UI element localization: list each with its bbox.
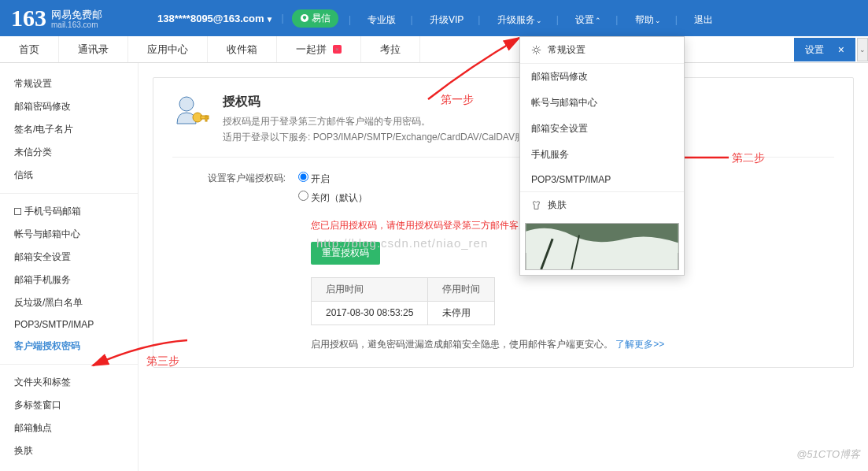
step1-label: 第一步 xyxy=(441,93,474,107)
shirt-icon xyxy=(531,200,541,210)
nav-exit[interactable]: 退出 xyxy=(694,14,713,25)
sidebar-item[interactable]: 多标签窗口 xyxy=(0,394,138,417)
settings-sidebar: 常规设置 邮箱密码修改 签名/电子名片 来信分类 信纸 手机号码邮箱 帐号与邮箱… xyxy=(0,63,139,471)
top-header: 163 网易免费邮 mail.163.com 138****8095@163.c… xyxy=(0,0,868,36)
tab-home[interactable]: 首页 xyxy=(0,36,59,62)
watermark: @51CTO博客 xyxy=(796,447,860,462)
sidebar-item[interactable]: 反垃圾/黑白名单 xyxy=(0,291,138,314)
nav-pro[interactable]: 专业版 xyxy=(368,14,396,25)
svg-rect-4 xyxy=(205,116,207,121)
sidebar-item[interactable]: 签名/电子名片 xyxy=(0,118,138,141)
svg-line-10 xyxy=(533,46,534,48)
sidebar-item[interactable]: 换肤 xyxy=(0,439,138,462)
sidebar-item[interactable]: 邮箱安全设置 xyxy=(0,246,138,269)
main-content: 授权码 授权码是用于登录第三方邮件客户端的专用密码。 适用于登录以下服务: PO… xyxy=(139,63,868,471)
nav-help[interactable]: 帮助⌄ xyxy=(635,14,661,25)
dd-item-pop3[interactable]: POP3/SMTP/IMAP xyxy=(520,168,684,191)
svg-line-13 xyxy=(533,52,534,54)
sidebar-item[interactable]: 常规设置 xyxy=(0,72,138,95)
dd-item[interactable]: 邮箱密码修改 xyxy=(520,63,684,90)
logo-sub: mail.163.com xyxy=(51,20,102,29)
auth-code-panel: 授权码 授权码是用于登录第三方邮件客户端的专用密码。 适用于登录以下服务: PO… xyxy=(153,77,854,368)
svg-point-5 xyxy=(534,48,538,52)
sidebar-item[interactable]: 邮箱手机服务 xyxy=(0,269,138,291)
auth-log-table: 启用时间停用时间 2017-08-30 08:53:25未停用 xyxy=(311,277,495,325)
dd-item[interactable]: 手机服务 xyxy=(520,142,684,168)
account-email[interactable]: 138****8095@163.com▼ xyxy=(157,13,273,24)
step2-label: 第二步 xyxy=(732,151,765,165)
svg-point-1 xyxy=(179,97,194,111)
panel-desc: 授权码是用于登录第三方邮件客户端的专用密码。 适用于登录以下服务: POP3/I… xyxy=(223,113,543,146)
dd-item[interactable]: 邮箱安全设置 xyxy=(520,116,684,142)
th-disable-time: 停用时间 xyxy=(428,277,495,301)
user-key-icon xyxy=(172,94,210,132)
close-icon[interactable]: × xyxy=(838,38,844,61)
theme-preview[interactable]: 纯净邮箱 xyxy=(525,223,679,270)
nav-vip[interactable]: 升级VIP xyxy=(430,14,464,25)
tab-inbox[interactable]: 收件箱 xyxy=(208,36,277,62)
footer-note: 启用授权码，避免密码泄漏造成邮箱安全隐患，使用邮件客户端更安心。 了解更多>> xyxy=(311,338,834,351)
logo-text: 网易免费邮 mail.163.com xyxy=(51,8,102,29)
tab-contacts[interactable]: 通讯录 xyxy=(59,36,128,62)
dd-item[interactable]: 帐号与邮箱中心 xyxy=(520,90,684,116)
top-nav: 易信 | 专业版| 升级VIP| 升级服务⌄| 设置⌃| 帮助⌄| 退出 xyxy=(292,9,720,28)
auth-toggle-label: 设置客户端授权码: xyxy=(172,172,298,210)
svg-line-11 xyxy=(538,52,540,54)
radio-off[interactable]: 关闭（默认） xyxy=(298,191,368,205)
step3-label: 第三步 xyxy=(146,354,179,369)
settings-dropdown: 常规设置 邮箱密码修改 帐号与邮箱中心 邮箱安全设置 手机服务 POP3/SMT… xyxy=(519,36,685,276)
tab-exam[interactable]: 考拉 xyxy=(361,36,420,62)
sidebar-item-pop3[interactable]: POP3/SMTP/IMAP xyxy=(0,314,138,335)
gear-icon xyxy=(531,45,541,55)
svg-line-12 xyxy=(538,46,540,48)
phone-icon xyxy=(14,208,21,215)
td-enable-time: 2017-08-30 08:53:25 xyxy=(312,301,428,325)
tab-settings-active[interactable]: 设置× xyxy=(794,38,855,61)
nav-svc[interactable]: 升级服务⌄ xyxy=(497,14,542,25)
tab-apps[interactable]: 应用中心 xyxy=(128,36,208,62)
td-disable-time: 未停用 xyxy=(428,301,495,325)
sidebar-item[interactable]: 邮箱触点 xyxy=(0,417,138,439)
sidebar-item[interactable]: 来信分类 xyxy=(0,141,138,164)
tab-overflow-button[interactable]: ⌄ xyxy=(857,38,868,61)
tab-together[interactable]: 一起拼 xyxy=(277,36,361,62)
th-enable-time: 启用时间 xyxy=(312,277,428,301)
logo-top: 网易免费邮 xyxy=(51,9,102,20)
sidebar-item[interactable]: 信纸 xyxy=(0,164,138,187)
yixin-button[interactable]: 易信 xyxy=(292,9,338,28)
arrow-step1 xyxy=(423,35,526,108)
logo-163: 163 xyxy=(11,6,46,30)
sidebar-item[interactable]: 邮箱密码修改 xyxy=(0,95,138,118)
learn-more-link[interactable]: 了解更多>> xyxy=(615,339,664,350)
dd-skin[interactable]: 换肤 xyxy=(520,191,684,218)
sidebar-item-phone[interactable]: 手机号码邮箱 xyxy=(0,193,138,223)
dd-general[interactable]: 常规设置 xyxy=(520,37,684,63)
radio-on[interactable]: 开启 xyxy=(298,172,368,186)
sidebar-item[interactable]: 帐号与邮箱中心 xyxy=(0,223,138,246)
watermark-blog: http://blog.csdn.net/niao_ren xyxy=(316,236,488,250)
nav-set[interactable]: 设置⌃ xyxy=(575,14,601,25)
